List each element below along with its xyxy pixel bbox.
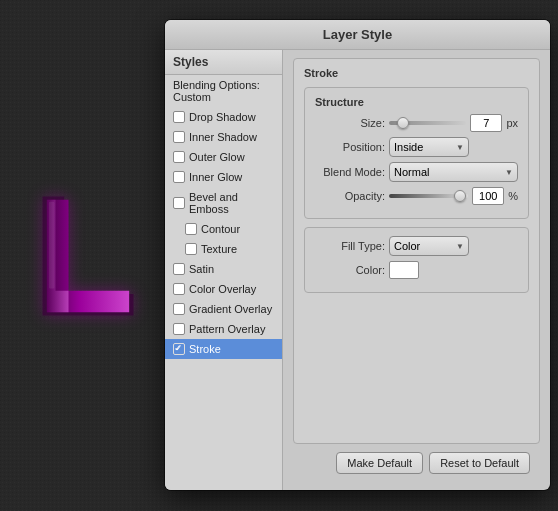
fill-type-row: Fill Type: Color ▼	[315, 236, 518, 256]
texture-checkbox[interactable]	[185, 243, 197, 255]
blend-mode-select-arrow: ▼	[505, 168, 513, 177]
sidebar-item-outer-glow[interactable]: Outer Glow	[165, 147, 282, 167]
position-select[interactable]: Inside ▼	[389, 137, 469, 157]
position-value: Inside	[394, 141, 423, 153]
gradient-overlay-label: Gradient Overlay	[189, 303, 272, 315]
color-label: Color:	[315, 264, 385, 276]
stroke-label: Stroke	[189, 343, 221, 355]
inner-shadow-checkbox[interactable]	[173, 131, 185, 143]
fill-type-label: Fill Type:	[315, 240, 385, 252]
size-input[interactable]	[470, 114, 502, 132]
dialog-title: Layer Style	[323, 27, 392, 42]
sidebar-item-inner-shadow[interactable]: Inner Shadow	[165, 127, 282, 147]
position-select-arrow: ▼	[456, 143, 464, 152]
dialog-titlebar: Layer Style	[165, 20, 550, 50]
sidebar-item-blending-options[interactable]: Blending Options: Custom	[165, 75, 282, 107]
opacity-input[interactable]	[472, 187, 504, 205]
stroke-settings-section: Stroke Structure Size: px	[293, 58, 540, 444]
sidebar-item-drop-shadow[interactable]: Drop Shadow	[165, 107, 282, 127]
satin-label: Satin	[189, 263, 214, 275]
inner-glow-label: Inner Glow	[189, 171, 242, 183]
sidebar-item-color-overlay[interactable]: Color Overlay	[165, 279, 282, 299]
color-overlay-checkbox[interactable]	[173, 283, 185, 295]
contour-checkbox[interactable]	[185, 223, 197, 235]
sidebar-item-gradient-overlay[interactable]: Gradient Overlay	[165, 299, 282, 319]
position-row: Position: Inside ▼	[315, 137, 518, 157]
opacity-slider-thumb[interactable]	[454, 190, 466, 202]
blend-mode-value: Normal	[394, 166, 429, 178]
inner-glow-checkbox[interactable]	[173, 171, 185, 183]
bevel-emboss-label: Bevel and Emboss	[189, 191, 274, 215]
pattern-overlay-label: Pattern Overlay	[189, 323, 265, 335]
size-label: Size:	[315, 117, 385, 129]
fill-type-select-arrow: ▼	[456, 242, 464, 251]
color-row: Color:	[315, 261, 518, 279]
pattern-overlay-checkbox[interactable]	[173, 323, 185, 335]
bevel-emboss-checkbox[interactable]	[173, 197, 185, 209]
sidebar-item-inner-glow[interactable]: Inner Glow	[165, 167, 282, 187]
stroke-section-title: Stroke	[304, 67, 529, 79]
color-overlay-label: Color Overlay	[189, 283, 256, 295]
dialog-body: Styles Blending Options: Custom Drop Sha…	[165, 50, 550, 490]
svg-rect-0	[49, 201, 54, 288]
drop-shadow-label: Drop Shadow	[189, 111, 256, 123]
fill-type-value: Color	[394, 240, 420, 252]
blend-mode-select[interactable]: Normal ▼	[389, 162, 518, 182]
blending-options-label: Blending Options: Custom	[173, 79, 274, 103]
canvas-area	[0, 0, 175, 511]
letter-l-preview	[33, 191, 143, 321]
sidebar-item-stroke[interactable]: ✓ Stroke	[165, 339, 282, 359]
opacity-slider[interactable]	[389, 194, 468, 198]
sidebar-item-bevel-emboss[interactable]: Bevel and Emboss	[165, 187, 282, 219]
blend-mode-row: Blend Mode: Normal ▼	[315, 162, 518, 182]
layer-style-dialog: Layer Style Styles Blending Options: Cus…	[165, 20, 550, 490]
contour-label: Contour	[201, 223, 240, 235]
color-swatch[interactable]	[389, 261, 419, 279]
position-label: Position:	[315, 141, 385, 153]
sidebar-item-pattern-overlay[interactable]: Pattern Overlay	[165, 319, 282, 339]
size-slider[interactable]	[389, 121, 466, 125]
drop-shadow-checkbox[interactable]	[173, 111, 185, 123]
structure-title: Structure	[315, 96, 518, 108]
fill-type-select[interactable]: Color ▼	[389, 236, 469, 256]
sidebar-item-satin[interactable]: Satin	[165, 259, 282, 279]
reset-default-button[interactable]: Reset to Default	[429, 452, 530, 474]
size-slider-thumb[interactable]	[397, 117, 409, 129]
texture-label: Texture	[201, 243, 237, 255]
settings-panel: Stroke Structure Size: px	[283, 50, 550, 490]
opacity-row: Opacity: %	[315, 187, 518, 205]
styles-panel: Styles Blending Options: Custom Drop Sha…	[165, 50, 283, 490]
sidebar-item-contour[interactable]: Contour	[165, 219, 282, 239]
satin-checkbox[interactable]	[173, 263, 185, 275]
gradient-overlay-checkbox[interactable]	[173, 303, 185, 315]
fill-section: Fill Type: Color ▼ Color:	[304, 227, 529, 293]
size-unit: px	[506, 117, 518, 129]
make-default-button[interactable]: Make Default	[336, 452, 423, 474]
dialog-footer: Make Default Reset to Default	[293, 452, 540, 482]
outer-glow-label: Outer Glow	[189, 151, 245, 163]
structure-section: Structure Size: px Position:	[304, 87, 529, 219]
inner-shadow-label: Inner Shadow	[189, 131, 257, 143]
blend-mode-label: Blend Mode:	[315, 166, 385, 178]
opacity-label: Opacity:	[315, 190, 385, 202]
stroke-checkbox[interactable]: ✓	[173, 343, 185, 355]
size-row: Size: px	[315, 114, 518, 132]
sidebar-item-texture[interactable]: Texture	[165, 239, 282, 259]
opacity-unit: %	[508, 190, 518, 202]
styles-header: Styles	[165, 50, 282, 75]
outer-glow-checkbox[interactable]	[173, 151, 185, 163]
